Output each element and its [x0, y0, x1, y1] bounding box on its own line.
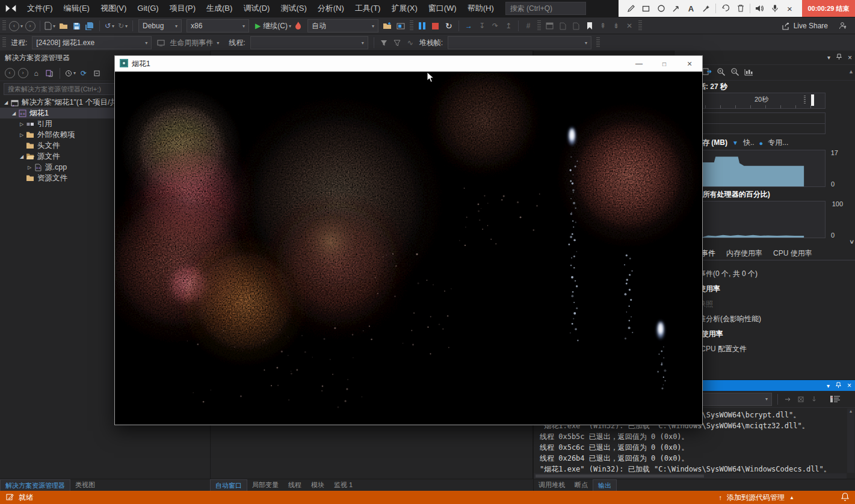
find-message-icon[interactable] — [782, 393, 794, 406]
chevron-up-icon[interactable]: ▲ — [789, 495, 794, 500]
lifecycle-events-icon[interactable] — [155, 36, 167, 49]
flag-filter-icon[interactable] — [391, 36, 403, 49]
pin-icon[interactable] — [836, 382, 841, 390]
zoom-in-icon[interactable] — [717, 67, 726, 78]
ellipse-tool-icon[interactable] — [653, 0, 668, 17]
expander-icon[interactable]: ▷ — [26, 165, 33, 170]
tab-模块[interactable]: 模块 — [306, 479, 329, 491]
toolbar-grip[interactable] — [2, 37, 6, 48]
tab-调用堆栈[interactable]: 调用堆栈 — [534, 479, 570, 491]
arrow-tool-icon[interactable] — [668, 0, 684, 17]
expander-icon[interactable]: ▷ — [18, 132, 25, 138]
diag-tab-内存使用率[interactable]: 内存使用率 — [726, 248, 762, 259]
pin-icon[interactable] — [836, 54, 842, 61]
close-button[interactable]: × — [677, 56, 702, 72]
pending-changes-icon[interactable]: ▾ — [65, 67, 76, 80]
bookmark-next-icon[interactable]: ⇟ — [610, 19, 622, 32]
toolbar-grip[interactable] — [537, 20, 541, 31]
menu-item-8[interactable]: 测试(S) — [275, 0, 312, 17]
screenshot-button[interactable] — [395, 19, 407, 32]
scroll-down-icon[interactable]: ˅ — [850, 238, 854, 245]
scroll-up-icon[interactable]: ▲ — [848, 69, 854, 75]
output-vertical-scrollbar[interactable]: ▴ — [847, 408, 854, 473]
menu-item-12[interactable]: 窗口(W) — [423, 0, 462, 17]
bookmark-prev-icon[interactable]: ⇞ — [597, 19, 609, 32]
line-number-icon[interactable]: # — [522, 19, 534, 32]
menu-item-7[interactable]: 调试(D) — [238, 0, 275, 17]
menu-item-9[interactable]: 分析(N) — [312, 0, 350, 17]
feedback-icon[interactable] — [837, 19, 849, 32]
hot-reload-mode-dropdown[interactable]: 自动▾ — [307, 19, 378, 32]
pencil-icon[interactable] — [623, 0, 638, 17]
fireworks-window-titlebar[interactable]: 烟花1 — □ × — [115, 56, 702, 72]
word-wrap-icon[interactable] — [829, 393, 841, 406]
stop-button[interactable] — [430, 19, 442, 32]
add-to-source-control-button[interactable]: 添加到源代码管理 — [727, 493, 785, 503]
tab-监视 1[interactable]: 监视 1 — [329, 479, 357, 491]
tab-输出[interactable]: 输出 — [593, 479, 617, 491]
menu-item-11[interactable]: 扩展(X) — [386, 0, 422, 17]
undo-button[interactable]: ↺▾ — [103, 19, 116, 32]
new-file-button[interactable]: ▾ — [44, 19, 56, 32]
filter-icon[interactable] — [378, 36, 390, 49]
configuration-dropdown[interactable]: Debug▾ — [138, 19, 182, 32]
scroll-thumb[interactable] — [536, 475, 704, 478]
platform-dropdown[interactable]: x86▾ — [187, 19, 249, 32]
process-dropdown[interactable]: [24208] 烟花1.exe▾ — [32, 36, 152, 49]
tab-局部变量[interactable]: 局部变量 — [247, 479, 283, 491]
menu-item-13[interactable]: 帮助(H) — [462, 0, 499, 17]
close-recorder-icon[interactable]: × — [782, 0, 797, 17]
search-input[interactable]: 搜索 (Ctrl+Q) — [505, 2, 586, 15]
expander-icon[interactable]: ◢ — [10, 111, 17, 116]
expander-icon[interactable]: ◢ — [18, 154, 25, 159]
window-menu-icon[interactable]: ▾ — [827, 383, 830, 389]
save-all-button[interactable] — [84, 19, 96, 32]
clear-all-icon[interactable] — [795, 393, 807, 406]
pause-button[interactable] — [416, 19, 428, 32]
expander-icon[interactable]: ◢ — [2, 100, 10, 105]
close-icon[interactable]: × — [847, 381, 851, 390]
toolbar-grip[interactable] — [638, 20, 642, 31]
diag-tab-CPU 使用率[interactable]: CPU 使用率 — [773, 248, 812, 259]
recording-timer-badge[interactable]: 00:00:29 结束 — [802, 0, 855, 17]
notification-bell-icon[interactable] — [841, 493, 849, 503]
doc-icon[interactable] — [557, 19, 569, 32]
doc-icon[interactable] — [570, 19, 582, 32]
continue-button[interactable]: ▶ 继续(C)▾ — [255, 19, 291, 32]
menu-item-10[interactable]: 工具(T) — [350, 0, 386, 17]
toolbar-grip[interactable] — [2, 20, 6, 31]
zoom-out-icon[interactable] — [730, 67, 739, 78]
navigate-forward-button[interactable]: › — [24, 19, 36, 32]
toggle-autoscroll-icon[interactable] — [808, 393, 820, 406]
collapse-all-icon[interactable] — [91, 67, 102, 80]
timeline-cursor[interactable] — [811, 94, 814, 106]
show-next-statement-button[interactable]: → — [463, 19, 475, 32]
menu-item-6[interactable]: 生成(B) — [201, 0, 238, 17]
menu-item-4[interactable]: Git(G) — [132, 0, 164, 17]
restart-button[interactable]: ↻ — [443, 19, 455, 32]
switch-views-icon[interactable] — [44, 67, 55, 80]
menu-item-2[interactable]: 编辑(E) — [58, 0, 95, 17]
suppress-icon[interactable]: ∿ — [404, 36, 416, 49]
maximize-button[interactable]: □ — [652, 56, 677, 72]
tab-解决方案资源管理器[interactable]: 解决方案资源管理器 — [0, 479, 70, 491]
tab-类视图[interactable]: 类视图 — [70, 479, 100, 491]
toolbar-grip[interactable] — [410, 20, 413, 31]
toolbar-grip[interactable] — [596, 37, 600, 48]
trash-icon[interactable] — [733, 0, 748, 17]
microphone-icon[interactable] — [767, 0, 782, 17]
step-over-button[interactable]: ↷ — [489, 19, 501, 32]
home-icon[interactable]: ⌂ — [31, 67, 42, 80]
live-share-button[interactable]: Live Share — [782, 22, 828, 30]
hot-reload-icon[interactable] — [292, 19, 304, 32]
diag-tab-事件[interactable]: 事件 — [701, 248, 715, 259]
output-horizontal-scrollbar[interactable] — [534, 473, 847, 479]
expander-icon[interactable]: ▷ — [18, 121, 25, 127]
tab-线程[interactable]: 线程 — [283, 479, 306, 491]
redo-button[interactable]: ↻▾ — [117, 19, 129, 32]
tab-自动窗口[interactable]: 自动窗口 — [210, 479, 247, 491]
navigate-back-button[interactable]: ‹▾ — [9, 19, 23, 32]
reset-view-icon[interactable] — [744, 67, 753, 78]
open-folder-button[interactable] — [57, 19, 69, 32]
tab-断点[interactable]: 断点 — [570, 479, 593, 491]
